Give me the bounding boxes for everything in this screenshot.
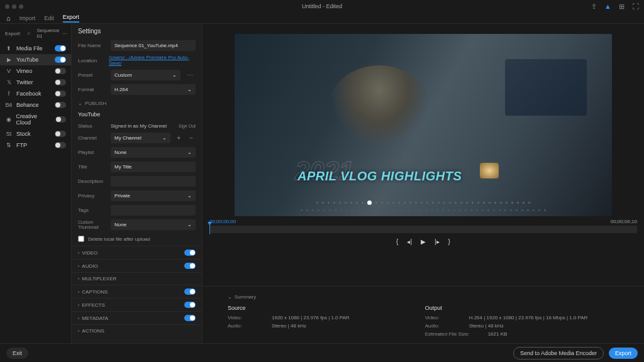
channel-remove-icon[interactable]: − <box>187 134 196 141</box>
destination-twitter[interactable]: 𝕏Twitter <box>0 77 71 88</box>
privacy-select[interactable]: Private⌄ <box>111 190 196 201</box>
sign-out-button[interactable]: Sign Out <box>179 124 196 128</box>
playhead-icon[interactable] <box>209 224 210 234</box>
tags-label: Tags <box>78 207 107 213</box>
thumbnail-label: Custom Thumbnail <box>78 220 107 229</box>
privacy-label: Privacy <box>78 193 107 199</box>
settings-panel: Settings File Name Location /Users/.../A… <box>72 24 203 343</box>
channel-label: Channel <box>78 135 107 141</box>
destination-icon: ▶ <box>5 57 13 63</box>
destination-creative-cloud[interactable]: ◉Creative Cloud <box>0 111 71 128</box>
video-preview[interactable]: 2021 APRIL VLOG HIGHLIGHTS <box>235 34 612 216</box>
destination-behance[interactable]: BēBehance <box>0 99 71 111</box>
section-toggle[interactable] <box>184 315 196 321</box>
destination-media-file[interactable]: ⬆Media File <box>0 43 71 54</box>
publish-header[interactable]: ⌄PUBLISH <box>72 97 202 110</box>
section-toggle[interactable] <box>184 250 196 256</box>
destination-toggle[interactable] <box>55 116 66 123</box>
mark-out-icon[interactable]: } <box>448 238 450 245</box>
format-select[interactable]: H.264⌄ <box>111 84 196 95</box>
workspace-icon[interactable]: ▲ <box>604 3 611 11</box>
channel-select[interactable]: My Channel⌄ <box>111 133 170 143</box>
summary-header[interactable]: ⌄Summary <box>228 292 619 302</box>
tab-export[interactable]: Export <box>63 14 79 23</box>
section-multiplexer[interactable]: ›MULTIPLEXER <box>72 272 202 285</box>
destinations-panel: Export: ≡ Sequence 01 ⋯ ⬆Media File▶YouT… <box>0 24 72 343</box>
location-label: Location <box>78 58 105 63</box>
preset-more-icon[interactable]: ⋯ <box>184 72 196 79</box>
preset-select[interactable]: Custom⌄ <box>111 70 180 80</box>
section-video[interactable]: ›VIDEO <box>72 246 202 259</box>
export-button[interactable]: Export <box>609 348 638 359</box>
output-audio: Stereo | 48 kHz <box>469 323 504 329</box>
footer: Exit Send to Adobe Media Encoder Export <box>0 343 644 362</box>
topbar: ⌂ Import Edit Export <box>0 13 644 24</box>
destination-icon: f <box>5 90 13 97</box>
destination-toggle[interactable] <box>55 57 66 63</box>
destination-toggle[interactable] <box>55 79 66 85</box>
window-controls[interactable] <box>5 4 23 9</box>
source-audio: Stereo | 48 kHz <box>272 323 306 329</box>
time-in[interactable]: 00;00;00;00 <box>209 219 236 224</box>
playlist-label: Playlist <box>78 150 107 155</box>
destination-toggle[interactable] <box>55 45 66 52</box>
step-forward-icon[interactable]: |▸ <box>435 238 440 245</box>
tags-input[interactable] <box>111 205 196 216</box>
destination-icon: ⬆ <box>5 45 13 52</box>
destination-facebook[interactable]: fFacebook <box>0 88 71 99</box>
section-effects[interactable]: ›EFFECTS <box>72 298 202 311</box>
output-header: Output <box>425 302 588 314</box>
file-name-label: File Name <box>78 43 107 48</box>
location-link[interactable]: /Users/.../Adobe Premiere Pro Auto-Save/ <box>109 55 196 66</box>
destination-icon: V <box>5 68 13 74</box>
overlay-title: APRIL VLOG HIGHLIGHTS <box>297 169 462 184</box>
playlist-select[interactable]: None⌄ <box>111 147 196 158</box>
destination-toggle[interactable] <box>55 131 66 137</box>
section-toggle[interactable] <box>184 302 196 308</box>
send-to-ame-button[interactable]: Send to Adobe Media Encoder <box>513 347 604 359</box>
delete-local-label: Delete local file after upload <box>88 236 150 242</box>
destination-toggle[interactable] <box>55 142 66 148</box>
tab-import[interactable]: Import <box>19 15 36 21</box>
section-audio[interactable]: ›AUDIO <box>72 259 202 272</box>
tab-edit[interactable]: Edit <box>44 15 54 21</box>
output-size: 1621 KB <box>488 331 508 337</box>
destination-stock[interactable]: StStock <box>0 128 71 140</box>
destination-toggle[interactable] <box>55 68 66 74</box>
chat-icon[interactable]: ⊞ <box>619 3 625 11</box>
delete-local-checkbox[interactable] <box>78 236 84 242</box>
description-input[interactable] <box>111 176 196 187</box>
mark-in-icon[interactable]: { <box>396 238 398 245</box>
destination-vimeo[interactable]: VVimeo <box>0 65 71 77</box>
destination-icon: ◉ <box>5 116 12 123</box>
fullscreen-icon[interactable]: ⛶ <box>632 3 639 11</box>
destination-toggle[interactable] <box>55 90 66 97</box>
step-back-icon[interactable]: ◂| <box>407 238 412 245</box>
home-icon[interactable]: ⌂ <box>6 14 11 22</box>
settings-header: Settings <box>72 24 202 38</box>
section-metadata[interactable]: ›METADATA <box>72 311 202 324</box>
section-captions[interactable]: ›CAPTIONS <box>72 285 202 298</box>
destination-ftp[interactable]: ⇅FTP <box>0 140 71 151</box>
source-header: Source <box>228 302 350 314</box>
preset-label: Preset <box>78 72 107 78</box>
destination-youtube[interactable]: ▶YouTube <box>0 54 71 65</box>
destination-toggle[interactable] <box>55 102 66 108</box>
exit-button[interactable]: Exit <box>6 348 28 359</box>
timeline-scrubber[interactable] <box>209 226 637 233</box>
share-icon[interactable]: ⇪ <box>591 3 597 11</box>
thumbnail-select[interactable]: None⌄ <box>111 219 196 230</box>
summary-panel: ⌄Summary Source Video:1920 x 1080 | 23.9… <box>203 286 644 343</box>
time-out[interactable]: 00;00;06;10 <box>611 219 637 224</box>
destination-icon: St <box>5 131 13 137</box>
section-toggle[interactable] <box>184 288 196 295</box>
title-input[interactable] <box>111 162 196 172</box>
section-toggle[interactable] <box>184 263 196 269</box>
format-label: Format <box>78 87 107 92</box>
channel-add-icon[interactable]: + <box>174 134 183 141</box>
output-video: H.264 | 1920 x 1080 | 23.976 fps | 16 Mb… <box>469 315 588 321</box>
file-name-input[interactable] <box>111 40 196 51</box>
play-icon[interactable]: ▶ <box>421 238 426 245</box>
section-actions[interactable]: ›ACTIONS <box>72 324 202 337</box>
destination-icon: 𝕏 <box>5 79 13 85</box>
